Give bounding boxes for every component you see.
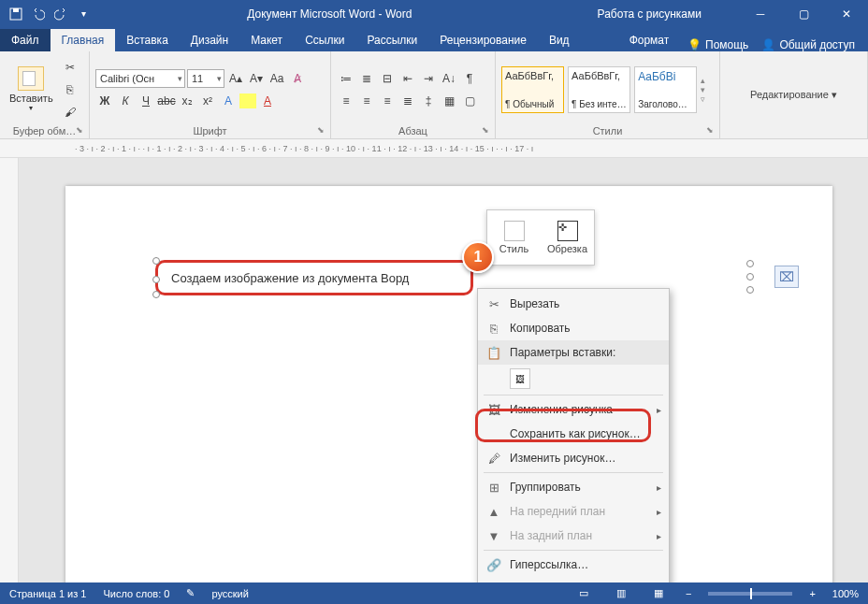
copy-icon[interactable]: ⎘ [61, 80, 80, 99]
tab-mailings[interactable]: Рассылки [355, 29, 428, 51]
paste-button[interactable]: Вставить▾ [6, 65, 57, 114]
style-icon [504, 221, 525, 241]
editing-dropdown[interactable]: Редактирование ▾ [750, 89, 837, 101]
align-left-icon[interactable]: ≡ [337, 92, 355, 110]
close-button[interactable]: ✕ [825, 0, 868, 27]
status-word-count[interactable]: Число слов: 0 [103, 588, 169, 599]
line-spacing-icon[interactable]: ‡ [419, 92, 438, 110]
redo-icon[interactable] [52, 6, 69, 22]
bold-button[interactable]: Ж [95, 92, 114, 110]
styles-expand-icon[interactable]: ▴▾▿ [701, 76, 714, 104]
menu-change-picture[interactable]: 🖼Изменение рисунка▸ [478, 397, 669, 422]
clipboard-group-label: Буфер обм… [13, 125, 76, 137]
change-case-icon[interactable]: Aa [268, 69, 286, 88]
format-painter-icon[interactable]: 🖌 [61, 103, 80, 122]
undo-icon[interactable] [30, 6, 47, 22]
font-color-icon[interactable]: A [258, 92, 277, 110]
view-print-icon[interactable]: ▥ [611, 585, 631, 602]
style-heading[interactable]: АаБбВіЗаголово… [634, 66, 697, 113]
horizontal-ruler[interactable]: · 3 · ı · 2 · ı · 1 · ı · · ı · 1 · ı · … [0, 139, 868, 158]
tab-view[interactable]: Вид [538, 29, 581, 51]
qat-dropdown-icon[interactable]: ▾ [75, 6, 92, 22]
tab-home[interactable]: Главная [51, 29, 116, 51]
group-icon: ⊞ [485, 479, 502, 496]
selection-handle[interactable] [746, 260, 754, 267]
tab-insert[interactable]: Вставка [115, 29, 180, 51]
vertical-ruler[interactable] [0, 158, 19, 582]
save-icon[interactable] [7, 6, 24, 22]
menu-edit-picture[interactable]: 🖉Изменить рисунок… [478, 446, 669, 470]
mini-style-button[interactable]: Стиль [487, 210, 541, 265]
align-center-icon[interactable]: ≡ [357, 92, 376, 110]
tab-format[interactable]: Формат [618, 29, 681, 51]
text-effects-icon[interactable]: A [219, 92, 238, 110]
tab-layout[interactable]: Макет [239, 29, 294, 51]
tab-file[interactable]: Файл [0, 29, 51, 51]
edit-icon: 🖉 [485, 450, 502, 467]
page[interactable] [65, 186, 832, 582]
menu-copy[interactable]: ⎘Копировать [478, 316, 669, 340]
clear-format-icon[interactable]: A̷ [288, 69, 307, 88]
bullets-icon[interactable]: ≔ [337, 69, 355, 88]
quick-access-toolbar: ▾ [0, 6, 99, 22]
view-web-icon[interactable]: ▦ [648, 585, 669, 602]
pilcrow-icon[interactable]: ¶ [460, 69, 479, 88]
subscript-button[interactable]: x₂ [178, 92, 196, 110]
italic-button[interactable]: К [116, 92, 135, 110]
indent-inc-icon[interactable]: ⇥ [419, 69, 438, 88]
menu-group[interactable]: ⊞Группировать▸ [478, 475, 669, 499]
menu-send-back[interactable]: ▼На задний план▸ [478, 524, 669, 548]
grow-font-icon[interactable]: A▴ [226, 69, 245, 88]
zoom-out-button[interactable]: − [686, 588, 691, 599]
strike-button[interactable]: abc [157, 92, 176, 110]
font-size-combo[interactable]: 11 [187, 69, 224, 88]
status-language[interactable]: русский [211, 588, 248, 599]
menu-bring-front[interactable]: ▲На передний план▸ [478, 499, 669, 524]
zoom-in-button[interactable]: + [809, 588, 815, 599]
selection-handle[interactable] [152, 257, 160, 265]
front-icon: ▲ [485, 503, 502, 520]
font-name-combo[interactable]: Calibri (Осн [95, 69, 185, 88]
align-right-icon[interactable]: ≡ [378, 92, 397, 110]
menu-cut[interactable]: ✂Вырезать [478, 292, 669, 316]
numbering-icon[interactable]: ≣ [357, 69, 376, 88]
sort-icon[interactable]: A↓ [440, 69, 458, 88]
shading-icon[interactable]: ▦ [440, 92, 458, 110]
menu-save-as-picture[interactable]: Сохранить как рисунок… [478, 422, 669, 446]
tab-design[interactable]: Дизайн [180, 29, 239, 51]
menu-hyperlink[interactable]: 🔗Гиперссылка… [478, 553, 669, 577]
cut-icon[interactable]: ✂ [61, 58, 80, 77]
help-button[interactable]: 💡Помощь [687, 38, 748, 51]
selection-handle[interactable] [746, 286, 754, 294]
group-clipboard: Вставить▾ ✂ ⎘ 🖌 Буфер обм…⬊ [0, 51, 90, 138]
justify-icon[interactable]: ≣ [398, 92, 417, 110]
selection-handle[interactable] [152, 291, 160, 298]
minimize-button[interactable]: ─ [739, 0, 782, 27]
status-page[interactable]: Страница 1 из 1 [9, 588, 86, 599]
paste-option-picture[interactable]: 🖼 [510, 368, 530, 389]
maximize-button[interactable]: ▢ [782, 0, 825, 27]
underline-button[interactable]: Ч [137, 92, 155, 110]
style-no-spacing[interactable]: АаБбВвГг,¶ Без инте… [568, 66, 630, 113]
style-normal[interactable]: АаБбВвГг,¶ Обычный [501, 66, 564, 113]
tab-review[interactable]: Рецензирование [428, 29, 538, 51]
zoom-slider[interactable] [708, 592, 792, 596]
zoom-level[interactable]: 100% [832, 588, 859, 599]
indent-dec-icon[interactable]: ⇤ [398, 69, 417, 88]
borders-icon[interactable]: ▢ [460, 92, 479, 110]
selection-handle[interactable] [152, 276, 160, 283]
selected-text-object[interactable]: Создаем изображение из документа Ворд [155, 260, 473, 295]
layout-options-icon[interactable]: ⌧ [774, 266, 799, 288]
highlight-icon[interactable] [239, 93, 256, 108]
tab-references[interactable]: Ссылки [294, 29, 355, 51]
clipboard-icon [18, 66, 44, 91]
group-paragraph: ≔ ≣ ⊟ ⇤ ⇥ A↓ ¶ ≡ ≡ ≡ ≣ ‡ ▦ ▢ Абзац⬊ [331, 51, 496, 138]
mini-crop-button[interactable]: ✜Обрезка [541, 210, 594, 265]
share-button[interactable]: 👤Общий доступ [761, 38, 855, 51]
superscript-button[interactable]: x² [198, 92, 217, 110]
multilevel-icon[interactable]: ⊟ [378, 69, 397, 88]
selection-handle[interactable] [746, 273, 754, 280]
spellcheck-icon[interactable]: ✎ [186, 587, 195, 599]
view-read-icon[interactable]: ▭ [573, 585, 594, 602]
shrink-font-icon[interactable]: A▾ [247, 69, 266, 88]
